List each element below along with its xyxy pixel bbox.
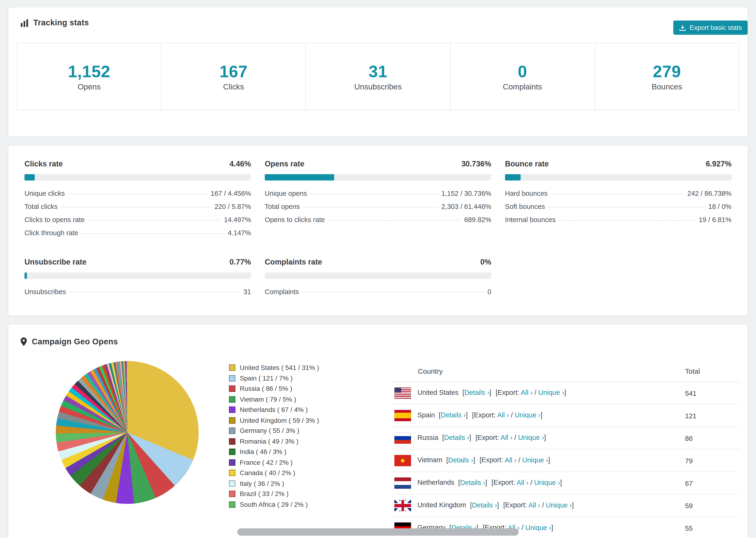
export-all-link[interactable]: All › <box>505 456 516 464</box>
legend-item[interactable]: Romania ( 49 / 3% ) <box>229 438 391 445</box>
country-column-header: Country <box>391 361 685 382</box>
export-unique-link[interactable]: Unique › <box>538 389 564 396</box>
rate-stat-row: Click through rate4.147% <box>25 226 251 239</box>
legend-item[interactable]: United Kingdom ( 59 / 3% ) <box>229 417 391 424</box>
country-name: United States <box>417 389 459 396</box>
dotted-leader <box>302 292 484 292</box>
legend-label: Netherlands ( 67 / 4% ) <box>240 406 307 413</box>
export-unique-link[interactable]: Unique › <box>534 479 560 486</box>
export-all-link[interactable]: All › <box>528 501 540 509</box>
stat-label: Unsubscribes <box>354 82 402 91</box>
legend-item[interactable]: United States ( 541 / 31% ) <box>229 364 391 371</box>
separator: / <box>542 501 544 509</box>
bounce-rate-progress-bar <box>505 174 731 181</box>
legend-label: India ( 46 / 3% ) <box>240 448 287 456</box>
unsubscribe-rate-title: Unsubscribe rate <box>25 258 86 267</box>
country-total: 59 <box>685 494 740 517</box>
tracking-stats-header: Tracking stats Export basic stats <box>8 7 747 27</box>
tracking-stats-title: Tracking stats <box>33 18 89 27</box>
legend-swatch <box>229 449 235 455</box>
bracket: [ <box>446 456 448 464</box>
stat-value: 167 <box>220 62 248 81</box>
legend-item[interactable]: South Africa ( 29 / 2% ) <box>229 501 391 508</box>
horizontal-scrollbar-thumb[interactable] <box>237 528 519 536</box>
country-total: 86 <box>685 427 740 449</box>
bracket: ] <box>490 389 491 396</box>
dotted-leader <box>303 207 438 207</box>
complaints-rate-value: 0% <box>480 258 491 267</box>
rate-stat-label: Opens to clicks rate <box>265 215 325 223</box>
dotted-leader <box>68 193 207 194</box>
country-name: Vietnam <box>417 456 443 464</box>
legend-swatch <box>229 501 235 508</box>
rate-stat-row: Total opens2,303 / 61.446% <box>265 199 491 213</box>
export-label: [Export: <box>479 456 503 464</box>
legend-item[interactable]: Spain ( 121 / 7% ) <box>229 374 391 382</box>
geo-legend: United States ( 541 / 31% ) Spain ( 121 … <box>229 364 391 511</box>
country-total: 67 <box>685 472 740 494</box>
export-basic-stats-button[interactable]: Export basic stats <box>674 21 748 35</box>
dotted-leader <box>61 207 211 207</box>
rate-stat-label: Total clicks <box>25 202 58 210</box>
dotted-leader <box>328 220 460 220</box>
details-link[interactable]: Details › <box>460 479 485 486</box>
unsubscribe-rate-value: 0.77% <box>230 258 251 267</box>
bracket: [ <box>439 411 441 419</box>
legend-item[interactable]: Germany ( 55 / 3% ) <box>229 427 391 434</box>
legend-item[interactable]: Vietnam ( 79 / 5% ) <box>229 396 391 403</box>
rates-grid: Clicks rate 4.46% Unique clicks167 / 4.4… <box>25 159 731 298</box>
export-unique-link[interactable]: Unique › <box>522 456 548 464</box>
bracket: ] <box>497 501 499 509</box>
rate-stat-row: Soft bounces18 / 0% <box>505 199 731 213</box>
details-link[interactable]: Details › <box>441 411 466 419</box>
details-link[interactable]: Details › <box>472 501 497 509</box>
export-unique-link[interactable]: Unique › <box>518 434 544 441</box>
export-label: [Export: <box>491 479 515 486</box>
rate-stat-label: Internal bounces <box>505 215 556 223</box>
geo-pie-chart[interactable] <box>56 361 199 504</box>
rate-stat-label: Complaints <box>265 287 299 295</box>
stat-label: Opens <box>78 82 100 91</box>
export-all-link[interactable]: All › <box>497 411 509 419</box>
separator: / <box>535 389 536 396</box>
stat-cell: 279 Bounces <box>594 43 739 109</box>
bounce-rate-progress-fill <box>505 174 521 181</box>
export-all-link[interactable]: All › <box>516 479 528 486</box>
rate-stat-row: Unsubscribes31 <box>25 285 251 298</box>
rate-stat-value: 31 <box>243 287 251 295</box>
legend-item[interactable]: India ( 46 / 3% ) <box>229 448 391 456</box>
details-link[interactable]: Details › <box>464 389 489 396</box>
unsubscribe-rate-section: Unsubscribe rate 0.77% Unsubscribes31 <box>25 258 251 298</box>
country-flag-icon <box>395 477 411 489</box>
bracket: [ <box>462 389 464 396</box>
legend-swatch <box>229 385 235 392</box>
legend-item[interactable]: Italy ( 36 / 2% ) <box>229 480 391 487</box>
legend-item[interactable]: Brazil ( 33 / 2% ) <box>229 490 391 497</box>
export-unique-link[interactable]: Unique › <box>514 411 540 419</box>
bracket: ] <box>560 479 562 486</box>
geo-table-wrap: Country Total United States [Details ›] … <box>391 361 740 538</box>
details-link[interactable]: Details › <box>448 456 473 464</box>
legend-swatch <box>229 438 235 444</box>
bounce-rate-value: 6.927% <box>706 159 731 168</box>
dotted-leader <box>81 233 224 234</box>
legend-swatch <box>229 364 235 371</box>
legend-item[interactable]: Netherlands ( 67 / 4% ) <box>229 406 391 413</box>
legend-item[interactable]: Russia ( 86 / 5% ) <box>229 385 391 392</box>
stat-label: Bounces <box>652 82 682 91</box>
geo-content: United States ( 541 / 31% ) Spain ( 121 … <box>20 361 740 538</box>
legend-item[interactable]: Canada ( 40 / 2% ) <box>229 469 391 476</box>
separator: / <box>521 523 523 531</box>
stat-cell: 1,152 Opens <box>17 43 161 109</box>
export-basic-stats-label: Export basic stats <box>689 24 742 31</box>
export-unique-link[interactable]: Unique › <box>525 523 551 531</box>
export-all-link[interactable]: All › <box>521 389 532 396</box>
complaints-rate-title: Complaints rate <box>265 258 322 267</box>
rate-stat-label: Unique opens <box>265 189 307 197</box>
geo-opens-card: Campaign Geo Opens United States ( 541 /… <box>8 324 748 538</box>
stat-label: Complaints <box>503 82 542 91</box>
details-link[interactable]: Details › <box>444 434 469 441</box>
export-all-link[interactable]: All › <box>501 434 512 441</box>
export-unique-link[interactable]: Unique › <box>546 501 572 509</box>
legend-item[interactable]: France ( 42 / 2% ) <box>229 459 391 466</box>
